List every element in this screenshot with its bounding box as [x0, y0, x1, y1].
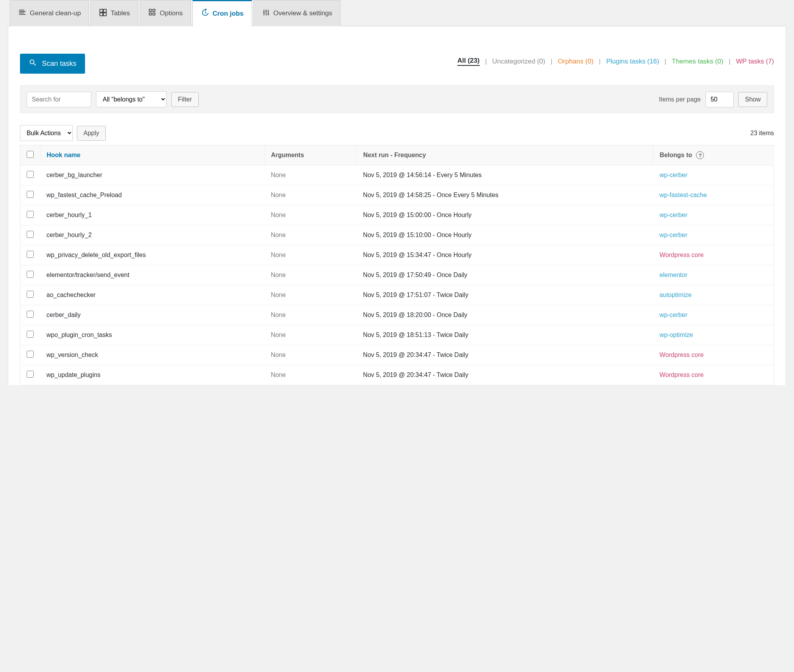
- args-cell: None: [265, 325, 357, 345]
- table-row: cerber_daily None Nov 5, 2019 @ 18:20:00…: [20, 305, 774, 325]
- col-nextrun: Next run - Frequency: [357, 145, 653, 165]
- bulk-row: Bulk Actions Apply 23 items: [20, 125, 774, 141]
- belongs-link[interactable]: wp-cerber: [660, 212, 687, 218]
- row-checkbox[interactable]: [27, 351, 34, 358]
- row-checkbox[interactable]: [27, 231, 34, 238]
- filter-orphans[interactable]: Orphans (0): [558, 58, 594, 65]
- hook-cell: cerber_bg_launcher: [40, 165, 265, 185]
- tab-options[interactable]: Options: [140, 0, 191, 26]
- table-row: wp_update_plugins None Nov 5, 2019 @ 20:…: [20, 365, 774, 385]
- belongs-cell: wp-cerber: [653, 165, 774, 185]
- belongs-link[interactable]: Wordpress core: [660, 252, 704, 258]
- tab-label: Overview & settings: [274, 9, 332, 17]
- nextrun-cell: Nov 5, 2019 @ 14:58:25 - Once Every 5 Mi…: [357, 185, 653, 205]
- filter-themes[interactable]: Themes tasks (0): [672, 58, 723, 65]
- row-checkbox[interactable]: [27, 311, 34, 318]
- search-input[interactable]: [27, 92, 91, 107]
- apply-button[interactable]: Apply: [77, 126, 106, 141]
- svg-rect-0: [149, 9, 151, 11]
- table-row: wp_fastest_cache_Preload None Nov 5, 201…: [20, 185, 774, 205]
- select-all-checkbox[interactable]: [27, 151, 34, 158]
- table-row: cerber_bg_launcher None Nov 5, 2019 @ 14…: [20, 165, 774, 185]
- items-per-page-input[interactable]: [705, 92, 734, 107]
- belongs-link[interactable]: Wordpress core: [660, 351, 704, 358]
- row-checkbox[interactable]: [27, 211, 34, 218]
- filter-plugins[interactable]: Plugins tasks (16): [606, 58, 659, 65]
- row-checkbox[interactable]: [27, 191, 34, 198]
- belongs-cell: autoptimize: [653, 285, 774, 305]
- separator: |: [551, 58, 552, 65]
- filter-all[interactable]: All (23): [457, 57, 480, 66]
- grid-icon: [99, 8, 107, 19]
- filter-uncategorized[interactable]: Uncategorized (0): [492, 58, 545, 65]
- scan-tasks-button[interactable]: Scan tasks: [20, 54, 85, 74]
- cron-table: Hook name Arguments Next run - Frequency…: [20, 145, 774, 385]
- tab-tables[interactable]: Tables: [91, 0, 138, 26]
- hook-cell: wp_fastest_cache_Preload: [40, 185, 265, 205]
- col-belongs: Belongs to ?: [653, 145, 774, 165]
- nextrun-cell: Nov 5, 2019 @ 14:56:14 - Every 5 Minutes: [357, 165, 653, 185]
- history-icon: [201, 8, 209, 19]
- nextrun-cell: Nov 5, 2019 @ 15:34:47 - Once Hourly: [357, 245, 653, 265]
- table-row: wp_privacy_delete_old_export_files None …: [20, 245, 774, 265]
- args-cell: None: [265, 205, 357, 225]
- belongs-cell: elementor: [653, 265, 774, 285]
- table-row: cerber_hourly_2 None Nov 5, 2019 @ 15:10…: [20, 225, 774, 245]
- nextrun-cell: Nov 5, 2019 @ 15:00:00 - Once Hourly: [357, 205, 653, 225]
- row-checkbox[interactable]: [27, 291, 34, 298]
- belongs-link[interactable]: wp-fastest-cache: [660, 192, 707, 198]
- belongs-cell: Wordpress core: [653, 345, 774, 365]
- belongs-to-select[interactable]: All "belongs to": [96, 91, 167, 107]
- belongs-link[interactable]: wp-cerber: [660, 172, 687, 178]
- tab-cron-jobs[interactable]: Cron jobs: [192, 0, 252, 26]
- nextrun-cell: Nov 5, 2019 @ 18:51:13 - Twice Daily: [357, 325, 653, 345]
- svg-rect-2: [149, 13, 151, 14]
- args-cell: None: [265, 245, 357, 265]
- row-checkbox[interactable]: [27, 331, 34, 338]
- belongs-link[interactable]: wp-cerber: [660, 232, 687, 238]
- hook-cell: cerber_daily: [40, 305, 265, 325]
- belongs-link[interactable]: autoptimize: [660, 292, 692, 298]
- svg-point-4: [263, 12, 265, 13]
- belongs-cell: wp-optimize: [653, 325, 774, 345]
- col-args: Arguments: [265, 145, 357, 165]
- col-hook[interactable]: Hook name: [40, 145, 265, 165]
- help-icon[interactable]: ?: [696, 151, 704, 159]
- nextrun-cell: Nov 5, 2019 @ 20:34:47 - Twice Daily: [357, 345, 653, 365]
- belongs-link[interactable]: elementor: [660, 272, 687, 278]
- table-row: elementor/tracker/send_event None Nov 5,…: [20, 265, 774, 285]
- svg-point-6: [267, 13, 269, 14]
- belongs-link[interactable]: Wordpress core: [660, 371, 704, 378]
- tab-general-cleanup[interactable]: General clean-up: [10, 0, 89, 26]
- svg-point-5: [265, 10, 267, 12]
- tab-label: Options: [160, 9, 183, 17]
- belongs-link[interactable]: wp-optimize: [660, 331, 693, 338]
- tab-overview-settings[interactable]: Overview & settings: [254, 0, 341, 26]
- nextrun-cell: Nov 5, 2019 @ 17:50:49 - Once Daily: [357, 265, 653, 285]
- hook-cell: wp_update_plugins: [40, 365, 265, 385]
- items-per-page-label: Items per page: [659, 96, 701, 103]
- tab-bar: General clean-up Tables Options Cron job…: [8, 0, 794, 26]
- tab-label: General clean-up: [30, 9, 81, 17]
- items-count: 23 items: [750, 130, 774, 137]
- table-row: cerber_hourly_1 None Nov 5, 2019 @ 15:00…: [20, 205, 774, 225]
- args-cell: None: [265, 345, 357, 365]
- filter-button[interactable]: Filter: [171, 92, 199, 107]
- row-checkbox[interactable]: [27, 171, 34, 178]
- table-row: ao_cachechecker None Nov 5, 2019 @ 17:51…: [20, 285, 774, 305]
- row-checkbox[interactable]: [27, 371, 34, 378]
- nextrun-cell: Nov 5, 2019 @ 15:10:00 - Once Hourly: [357, 225, 653, 245]
- row-checkbox[interactable]: [27, 271, 34, 278]
- hook-cell: elementor/tracker/send_event: [40, 265, 265, 285]
- row-checkbox[interactable]: [27, 251, 34, 258]
- show-button[interactable]: Show: [738, 92, 767, 107]
- belongs-link[interactable]: wp-cerber: [660, 312, 687, 318]
- filter-wp[interactable]: WP tasks (7): [736, 58, 774, 65]
- hook-cell: wpo_plugin_cron_tasks: [40, 325, 265, 345]
- hook-cell: cerber_hourly_2: [40, 225, 265, 245]
- belongs-cell: Wordpress core: [653, 245, 774, 265]
- hook-cell: wp_privacy_delete_old_export_files: [40, 245, 265, 265]
- bulk-actions-select[interactable]: Bulk Actions: [20, 125, 73, 141]
- nextrun-cell: Nov 5, 2019 @ 18:20:00 - Once Daily: [357, 305, 653, 325]
- args-cell: None: [265, 265, 357, 285]
